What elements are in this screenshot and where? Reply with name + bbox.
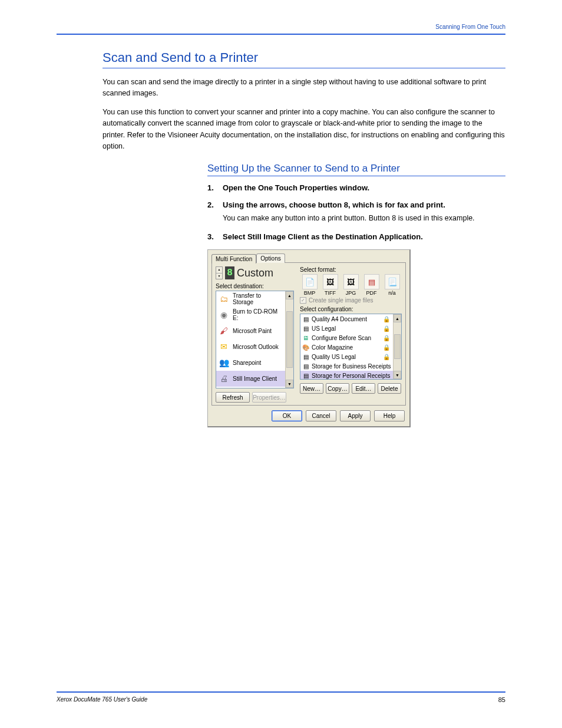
pages-icon: ▤ — [302, 325, 309, 332]
page-icon: 📄 — [302, 274, 318, 289]
scroll-up-icon[interactable]: ▲ — [286, 291, 293, 299]
step-body: Open the One Touch Properties window. — [223, 183, 369, 192]
destination-item-burn-cd[interactable]: ◉ Burn to CD-ROM E: — [216, 307, 285, 323]
destination-item-sharepoint[interactable]: 👥 Sharepoint — [216, 355, 285, 371]
destination-item-still-image-client[interactable]: 🖨 Still Image Client — [216, 371, 285, 387]
footer-left: Xerox DocuMate 765 User's Guide — [57, 696, 147, 703]
new-button[interactable]: New… — [300, 383, 323, 394]
tab-pane: ▲ ▼ 8 Custom Select destination: 🗂 Trans… — [211, 262, 406, 406]
format-label: PDF — [362, 290, 381, 296]
config-us-legal[interactable]: ▤ US Legal 🔒 — [300, 324, 393, 333]
page-number: 85 — [498, 696, 505, 703]
palette-icon: 🎨 — [302, 344, 309, 351]
scroll-thumb[interactable] — [286, 311, 293, 368]
lock-icon: 🔒 — [383, 344, 390, 351]
tab-multi-function[interactable]: Multi Function — [211, 254, 256, 263]
destination-item-paint[interactable]: 🖌 Microsoft Paint — [216, 323, 285, 339]
subsection-rule — [207, 176, 505, 176]
destination-item-outlook[interactable]: ✉ Microsoft Outlook — [216, 339, 285, 355]
pane-left: ▲ ▼ 8 Custom Select destination: 🗂 Trans… — [216, 266, 294, 403]
checkbox-create-single[interactable]: ✓ — [300, 297, 306, 304]
button-name-label: Custom — [237, 267, 273, 279]
format-row: 📄 BMP 🖼 TIFF 🖼 JPG ▤ PDF — [300, 274, 402, 296]
config-label: Quality US Legal — [312, 354, 356, 360]
config-label: Quality A4 Document — [312, 316, 367, 322]
select-format-label: Select format: — [300, 266, 402, 273]
destination-label: Burn to CD-ROM E: — [233, 308, 283, 321]
lock-icon: 🔒 — [383, 325, 390, 332]
format-pdf[interactable]: ▤ PDF — [362, 274, 381, 296]
configuration-list[interactable]: ▤ Quality A4 Document 🔒 ▤ US Legal 🔒 🖥 C… — [300, 314, 402, 380]
tab-options[interactable]: Options — [256, 253, 285, 263]
config-storage-business-receipts[interactable]: ▤ Storage for Business Receipts — [300, 361, 393, 371]
apply-button[interactable]: Apply — [340, 410, 371, 421]
step-list: 1. Open the One Touch Properties window.… — [207, 183, 505, 241]
subsection-setup: Setting Up the Scanner to Send to a Prin… — [207, 163, 505, 241]
edit-button[interactable]: Edit… — [352, 383, 375, 394]
section-scan-send-printer: Scan and Send to a Printer You can scan … — [103, 50, 505, 152]
config-quality-us-legal[interactable]: ▤ Quality US Legal 🔒 — [300, 352, 393, 361]
scroll-down-icon[interactable]: ▼ — [286, 380, 293, 388]
header-rule — [57, 34, 505, 35]
button-selector: ▲ ▼ 8 Custom — [216, 266, 294, 279]
scrollbar[interactable]: ▲ ▼ — [393, 314, 401, 379]
format-tiff[interactable]: 🖼 TIFF — [320, 274, 340, 296]
config-label: US Legal — [312, 325, 336, 332]
page-header: Scanning From One Touch — [57, 24, 505, 30]
config-quality-a4[interactable]: ▤ Quality A4 Document 🔒 — [300, 314, 393, 324]
destination-label: Still Image Client — [233, 375, 277, 382]
dialog-buttons: OK Cancel Apply Help — [211, 410, 406, 421]
text-icon: 📃 — [385, 274, 400, 289]
lock-icon: 🔒 — [383, 335, 390, 341]
scroll-up-icon[interactable]: ▲ — [394, 314, 401, 322]
refresh-button[interactable]: Refresh — [216, 392, 250, 403]
tab-strip: Multi Function Options — [211, 253, 406, 263]
button-number-stepper[interactable]: ▲ ▼ — [216, 266, 223, 279]
properties-button: Properties… — [252, 392, 286, 403]
pdf-icon: ▤ — [364, 274, 379, 289]
subsection-title: Setting Up the Scanner to Send to a Prin… — [207, 163, 505, 174]
step-3: 3. Select Still Image Client as the Dest… — [207, 232, 505, 241]
help-button[interactable]: Help — [374, 410, 405, 421]
destination-buttons: Refresh Properties… — [216, 392, 294, 403]
cancel-button[interactable]: Cancel — [306, 410, 336, 421]
brush-icon: 🖌 — [219, 326, 229, 335]
people-icon: 👥 — [219, 358, 229, 367]
step-body: Using the arrows, choose button 8, which… — [223, 200, 475, 209]
format-jpg[interactable]: 🖼 JPG — [341, 274, 361, 296]
config-storage-personal-receipts[interactable]: ▤ Storage for Personal Receipts — [300, 371, 393, 379]
scrollbar[interactable]: ▲ ▼ — [285, 291, 293, 388]
chevron-up-icon[interactable]: ▲ — [216, 267, 222, 274]
delete-button[interactable]: Delete — [378, 383, 401, 394]
format-na[interactable]: 📃 n/a — [382, 274, 402, 296]
step-number: 2. — [207, 200, 223, 224]
copy-button[interactable]: Copy… — [326, 383, 349, 394]
config-color-magazine[interactable]: 🎨 Color Magazine 🔒 — [300, 342, 393, 352]
pages-icon: ▤ — [302, 315, 309, 322]
folder-icon: 🗂 — [219, 294, 229, 304]
config-label: Color Magazine — [312, 344, 353, 351]
step-subtext: You can make any button into a print but… — [223, 213, 475, 224]
lock-icon: 🔒 — [383, 354, 390, 360]
scroll-down-icon[interactable]: ▼ — [394, 371, 401, 379]
destination-list[interactable]: 🗂 Transfer to Storage ◉ Burn to CD-ROM E… — [216, 291, 294, 388]
ok-button[interactable]: OK — [272, 410, 302, 421]
select-configuration-label: Select configuration: — [300, 306, 402, 312]
section-rule — [103, 68, 505, 68]
config-configure-before-scan[interactable]: 🖥 Configure Before Scan 🔒 — [300, 333, 393, 342]
section-paragraph-1: You can scan and send the image directly… — [103, 77, 505, 100]
monitor-icon: 🖥 — [302, 334, 309, 341]
format-bmp[interactable]: 📄 BMP — [300, 274, 319, 296]
scroll-thumb[interactable] — [394, 334, 401, 359]
create-single-row: ✓ Create single image files — [300, 297, 402, 304]
envelope-icon: ✉ — [219, 342, 229, 351]
pane-right: Select format: 📄 BMP 🖼 TIFF 🖼 JPG — [300, 266, 402, 403]
step-number: 3. — [207, 232, 223, 241]
destination-label: Microsoft Paint — [233, 328, 272, 334]
config-label: Storage for Business Receipts — [312, 363, 391, 370]
chevron-down-icon[interactable]: ▼ — [216, 274, 222, 279]
disc-icon: ◉ — [219, 310, 229, 319]
page-footer: Xerox DocuMate 765 User's Guide 85 — [57, 691, 505, 703]
config-buttons: New… Copy… Edit… Delete — [300, 383, 402, 394]
destination-item-transfer-storage[interactable]: 🗂 Transfer to Storage — [216, 291, 285, 307]
